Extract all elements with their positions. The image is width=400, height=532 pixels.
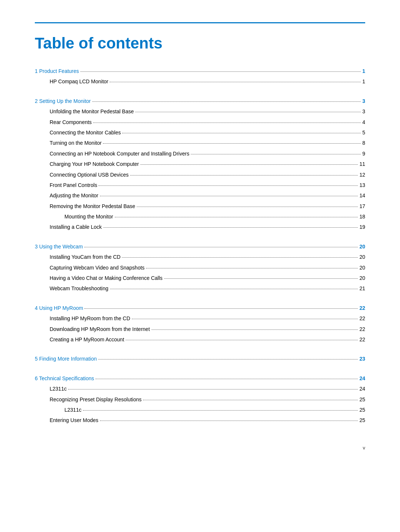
toc-chapter-page: 1 — [362, 67, 365, 75]
toc-child-entry: Removing the Monitor Pedestal Base17 — [35, 202, 365, 210]
toc-chapter-text: 2 Setting Up the Monitor — [35, 97, 91, 105]
toc-child-entry: HP Compaq LCD Monitor1 — [35, 77, 365, 86]
toc-dots — [137, 207, 358, 207]
toc-page-number: 8 — [362, 139, 365, 147]
toc-page-number: 20 — [359, 264, 365, 272]
toc-page-number: 25 — [359, 395, 365, 404]
toc-chapter-entry: 3 Using the Webcam20 — [35, 242, 365, 251]
toc-child-entry: Installing a Cable Lock19 — [35, 223, 365, 231]
toc-child-entry: Capturing Webcam Video and Snapshots20 — [35, 264, 365, 272]
toc-page-number: 19 — [359, 223, 365, 231]
toc-chapter-page: 3 — [362, 97, 365, 105]
toc-chapter-text: 5 Finding More Information — [35, 355, 97, 363]
toc-section-3: 3 Using the Webcam20Installing YouCam fr… — [35, 242, 365, 293]
toc-child-entry: Front Panel Controls13 — [35, 181, 365, 189]
toc-dots — [191, 154, 361, 154]
toc-page-number: 24 — [359, 385, 365, 393]
toc-page-number: 20 — [359, 253, 365, 261]
toc-section-2: 2 Setting Up the Monitor3Unfolding the M… — [35, 97, 365, 231]
toc-dots — [132, 319, 358, 319]
toc-entry-text: Installing YouCam from the CD — [50, 253, 120, 261]
toc-chapter-page: 24 — [359, 374, 365, 382]
toc-chapter-entry: 4 Using HP MyRoom22 — [35, 304, 365, 312]
toc-page-number: 14 — [359, 191, 365, 200]
toc-child-entry: L2311c24 — [35, 385, 365, 393]
toc-entry-text: L2311c — [64, 406, 81, 414]
toc-section-6: 6 Technical Specifications24L2311c24Reco… — [35, 374, 365, 425]
toc-content: 1 Product Features1HP Compaq LCD Monitor… — [35, 67, 365, 425]
toc-dots — [100, 196, 358, 196]
toc-entry-text: Rear Components — [50, 118, 92, 126]
toc-dots — [140, 164, 358, 165]
toc-entry-text: Capturing Webcam Video and Snapshots — [50, 264, 144, 272]
toc-dots — [146, 268, 358, 268]
toc-entry-text: HP Compaq LCD Monitor — [50, 77, 108, 86]
toc-entry-text: Unfolding the Monitor Pedestal Base — [50, 107, 134, 116]
toc-page-number: 22 — [359, 314, 365, 322]
toc-page-number: 1 — [362, 77, 365, 86]
toc-section-1: 1 Product Features1HP Compaq LCD Monitor… — [35, 67, 365, 86]
toc-chapter-entry: 5 Finding More Information23 — [35, 355, 365, 363]
toc-dots — [80, 71, 361, 72]
toc-chapter-text: 1 Product Features — [35, 67, 79, 75]
toc-page-number: 22 — [359, 335, 365, 344]
toc-page-number: 9 — [362, 150, 365, 158]
toc-chapter-text: 6 Technical Specifications — [35, 374, 94, 382]
toc-entry-text: L2311c — [50, 385, 67, 393]
toc-chapter-entry: 2 Setting Up the Monitor3 — [35, 97, 365, 105]
toc-child-entry: Having a Video Chat or Making Conference… — [35, 274, 365, 282]
toc-child-entry: Connecting the Monitor Cables5 — [35, 128, 365, 137]
toc-entry-text: Installing HP MyRoom from the CD — [50, 314, 130, 322]
toc-child-entry: Recognizing Preset Display Resolutions25 — [35, 395, 365, 404]
toc-chapter-page: 20 — [359, 242, 365, 251]
toc-page-number: 12 — [359, 171, 365, 179]
toc-section-5: 5 Finding More Information23 — [35, 355, 365, 363]
toc-dots — [110, 82, 361, 82]
toc-page-number: 21 — [359, 284, 365, 292]
toc-dots — [68, 389, 358, 389]
toc-child-entry: Rear Components4 — [35, 118, 365, 126]
toc-dots — [135, 112, 361, 112]
toc-dots — [93, 123, 361, 123]
page-footer: v — [363, 445, 366, 451]
toc-child-entry: Installing HP MyRoom from the CD22 — [35, 314, 365, 322]
toc-page-number: 22 — [359, 325, 365, 333]
toc-entry-text: Turning on the Monitor — [50, 139, 101, 147]
toc-dots — [100, 421, 358, 421]
toc-page-number: 17 — [359, 202, 365, 210]
toc-entry-text: Creating a HP MyRoom Account — [50, 335, 124, 344]
toc-chapter-page: 23 — [359, 355, 365, 363]
toc-dots — [143, 400, 358, 400]
toc-dots — [99, 185, 358, 186]
toc-chapter-entry: 6 Technical Specifications24 — [35, 374, 365, 382]
toc-page-number: 4 — [362, 118, 365, 126]
toc-entry-text: Entering User Modes — [50, 416, 99, 424]
toc-chapter-text: 3 Using the Webcam — [35, 242, 83, 251]
page-title: Table of contents — [35, 34, 365, 52]
toc-child-entry: Charging Your HP Notebook Computer11 — [35, 160, 365, 168]
toc-dots — [122, 133, 361, 133]
toc-page-number: 18 — [359, 213, 365, 221]
page-container: Table of contents 1 Product Features1HP … — [0, 0, 400, 465]
toc-dots — [164, 278, 358, 279]
toc-entry-text: Charging Your HP Notebook Computer — [50, 160, 139, 168]
toc-child-entry: Mounting the Monitor18 — [35, 213, 365, 221]
toc-dots — [115, 217, 358, 217]
toc-child-entry: Connecting Optional USB Devices12 — [35, 171, 365, 179]
toc-child-entry: L2311c25 — [35, 406, 365, 414]
toc-child-entry: Unfolding the Monitor Pedestal Base3 — [35, 107, 365, 116]
toc-entry-text: Having a Video Chat or Making Conference… — [50, 274, 163, 282]
toc-chapter-page: 22 — [359, 304, 365, 312]
toc-dots — [151, 329, 358, 330]
toc-page-number: 11 — [359, 160, 365, 168]
toc-dots — [122, 257, 358, 258]
toc-page-number: 13 — [359, 181, 365, 189]
toc-entry-text: Front Panel Controls — [50, 181, 97, 189]
toc-entry-text: Mounting the Monitor — [64, 213, 113, 221]
toc-child-entry: Installing YouCam from the CD20 — [35, 253, 365, 261]
toc-dots — [130, 175, 358, 175]
toc-section-4: 4 Using HP MyRoom22Installing HP MyRoom … — [35, 304, 365, 344]
toc-chapter-entry: 1 Product Features1 — [35, 67, 365, 75]
toc-child-entry: Turning on the Monitor8 — [35, 139, 365, 147]
toc-child-entry: Connecting an HP Notebook Computer and I… — [35, 150, 365, 158]
